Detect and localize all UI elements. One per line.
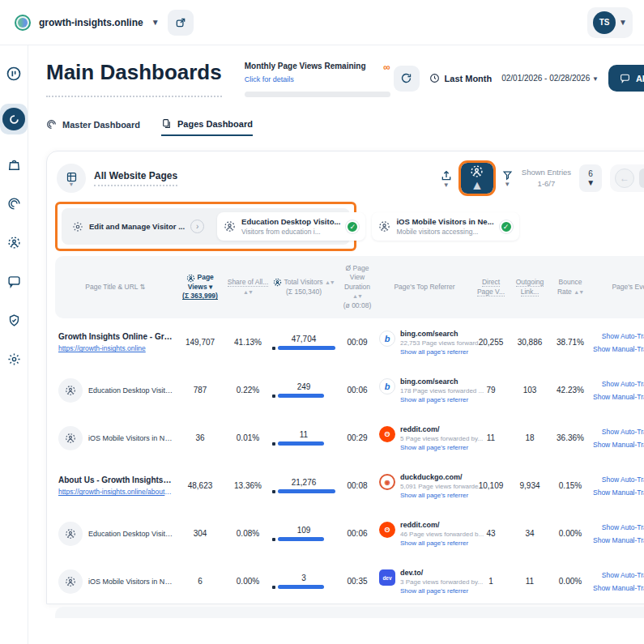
export-icon (440, 169, 453, 182)
column-header-share[interactable]: Share of All... ▲▼ (227, 278, 269, 296)
show-all-referrer-link[interactable]: Show all page's referrer (400, 540, 468, 547)
export-button[interactable]: ▼ (440, 169, 453, 188)
sidebar-item-logo[interactable] (5, 65, 23, 83)
table-row[interactable]: iOS Mobile Visitors in New York 6 0.00% … (55, 557, 644, 605)
current-page: 1 (639, 168, 644, 188)
table-row[interactable]: Growth Insights Online - Growth Insights… (55, 318, 644, 366)
referrer-domain: dev.to/ (400, 569, 423, 577)
page-url-link[interactable]: https://growth-insights.online (58, 344, 173, 352)
show-auto-tracked-events-link[interactable]: Show Auto-Tracked Events (593, 521, 644, 534)
show-manual-tracked-events-link[interactable]: Show Manual-Tracked Events (593, 486, 644, 499)
show-all-referrer-link[interactable]: Show all page's referrer (400, 348, 468, 356)
manage-segments-chip[interactable]: Edit and Manage Visitor ... › (66, 212, 211, 241)
show-all-referrer-link[interactable]: Show all page's referrer (400, 444, 468, 451)
show-manual-tracked-events-link[interactable]: Show Manual-Tracked Events (593, 390, 644, 403)
referrer-note: 46 Page views forwarded b... (400, 531, 484, 538)
sidebar-item-dashboards[interactable] (0, 104, 28, 134)
column-header-events[interactable]: Page's Events ▲▼ (593, 283, 644, 292)
table-body: Growth Insights Online - Growth Insights… (55, 318, 644, 605)
site-selector-label[interactable]: growth-insights.online (39, 17, 143, 28)
open-website-button[interactable] (168, 10, 194, 36)
show-manual-tracked-events-link[interactable]: Show Manual-Tracked Events (593, 343, 644, 356)
column-header-duration[interactable]: Ø Page View Duration ▲▼(ø 00:08) (339, 264, 376, 310)
shown-entries: Shown Entries 1-6/7 (522, 167, 571, 190)
chevron-down-icon[interactable]: ▼ (151, 18, 160, 27)
duckduckgo-icon: ◉ (379, 474, 395, 490)
chevron-down-icon: ▼ (586, 178, 595, 187)
table-row[interactable]: Education Desktop Visitors (Windows + ..… (55, 510, 644, 557)
user-menu[interactable]: TS ▼ (587, 7, 633, 38)
prev-page-button[interactable]: ← (615, 168, 634, 188)
show-all-referrer-link[interactable]: Show all page's referrer (400, 587, 468, 595)
ai-assistant-button[interactable]: AI Assistant (608, 65, 644, 92)
show-manual-tracked-events-link[interactable]: Show Manual-Tracked Events (593, 582, 644, 595)
table-menu-button[interactable]: ▼ (57, 164, 86, 193)
show-all-referrer-link[interactable]: Show all page's referrer (400, 396, 468, 403)
column-header-visitors[interactable]: Total Visitors ▲▼(Σ 150,340) (272, 278, 335, 296)
visitors-bar (278, 394, 324, 398)
visitor-segment-icon (58, 426, 83, 450)
segment-chip-education-desktop[interactable]: Education Desktop Visito... Visitors fro… (217, 212, 365, 241)
filter-button[interactable]: ▼ (501, 169, 514, 187)
referrer-domain: bing.com/search (400, 330, 458, 338)
check-icon[interactable]: ✓ (346, 220, 359, 233)
devto-icon: dev (379, 569, 395, 586)
tab-master-dashboard[interactable]: Master Dashboard (46, 118, 140, 136)
external-link-icon (175, 17, 186, 28)
quota-details-link[interactable]: Click for details (245, 75, 294, 83)
visitors-bar (278, 489, 335, 493)
sidebar-item-settings[interactable] (5, 350, 23, 368)
show-auto-tracked-events-link[interactable]: Show Auto-Tracked Events (593, 330, 644, 343)
segment-chip-ios-mobile[interactable]: iOS Mobile Visitors in Ne... Mobile visi… (372, 212, 518, 241)
page-url-link[interactable]: https://growth-insights.online/about-us (58, 488, 173, 496)
table-row[interactable]: About Us - Growth Insights Onlinehttps:/… (55, 462, 644, 510)
chevron-up-icon: ▲ (471, 178, 484, 193)
period-selector[interactable]: Last Month (429, 73, 493, 83)
arrow-right-icon[interactable]: › (190, 220, 204, 233)
tab-pages-dashboard[interactable]: Pages Dashboard (161, 118, 253, 136)
column-header-outgoing[interactable]: Outgoing Link... (512, 278, 548, 296)
show-auto-tracked-events-link[interactable]: Show Auto-Tracked Events (593, 473, 644, 486)
column-header-page-views[interactable]: Page Views ▾(Σ 363,999) (177, 273, 224, 301)
swirl-icon (46, 119, 57, 130)
pagination: ← 1 → (610, 164, 644, 192)
sidebar-item-privacy[interactable] (5, 311, 23, 329)
sidebar-item-ecommerce[interactable] (5, 156, 23, 173)
sidebar-item-communication[interactable] (5, 272, 23, 290)
column-header-bounce[interactable]: Bounce Rate ▲▼ (551, 278, 590, 296)
sidebar-item-web-analytics[interactable] (5, 194, 23, 212)
show-auto-tracked-events-link[interactable]: Show Auto-Tracked Events (593, 425, 644, 438)
bar-start-dot (272, 538, 275, 541)
app-logo-icon (6, 66, 22, 82)
show-auto-tracked-events-link[interactable]: Show Auto-Tracked Events (593, 377, 644, 390)
quota-progress-bar (245, 92, 390, 97)
check-icon[interactable]: ✓ (500, 220, 513, 233)
page-size-select[interactable]: 6 ▼ (579, 164, 602, 192)
column-header-direct[interactable]: Direct Page V... (473, 278, 509, 296)
gear-icon (7, 352, 21, 366)
show-manual-tracked-events-link[interactable]: Show Manual-Tracked Events (593, 438, 644, 451)
reddit-icon: ʘ (379, 522, 395, 538)
visitor-segments-toggle-button[interactable]: ▲ (461, 163, 493, 194)
visitor-segment-icon (186, 274, 195, 283)
referrer-note: 5,091 Page views forwarde... (400, 483, 484, 490)
visitors-bar (278, 537, 324, 541)
table-row[interactable]: iOS Mobile Visitors in New York 36 0.01%… (55, 414, 644, 462)
avatar[interactable]: TS (593, 11, 616, 34)
website-globe-icon (15, 15, 31, 31)
date-range[interactable]: 02/01/2026 - 02/28/2026 ▼ (501, 74, 599, 83)
referrer-note: 22,753 Page views forward... (400, 339, 484, 347)
show-manual-tracked-events-link[interactable]: Show Manual-Tracked Events (593, 534, 644, 547)
top-bar: growth-insights.online ▼ TS ▼ (0, 0, 644, 45)
visitor-segment-icon (58, 569, 83, 594)
sidebar-item-visitors[interactable] (5, 233, 23, 251)
column-header-title[interactable]: Page Title & URL ⇅ (58, 283, 173, 292)
show-auto-tracked-events-link[interactable]: Show Auto-Tracked Events (593, 569, 644, 582)
visitor-segment-icon (273, 278, 282, 287)
segment-row-label: Education Desktop Visitors (Windows + ..… (88, 386, 173, 395)
period-label: Last Month (445, 74, 493, 83)
show-all-referrer-link[interactable]: Show all page's referrer (400, 492, 468, 499)
table-row[interactable]: Education Desktop Visitors (Windows + ..… (55, 366, 644, 414)
refresh-button[interactable] (394, 66, 420, 92)
refresh-icon (400, 72, 412, 84)
